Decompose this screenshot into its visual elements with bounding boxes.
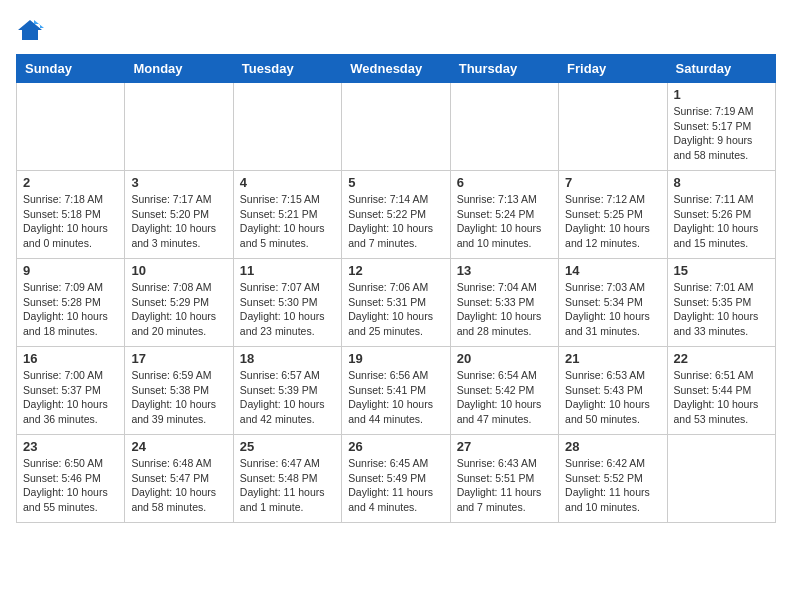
day-cell-22: 22Sunrise: 6:51 AM Sunset: 5:44 PM Dayli… [667,347,775,435]
empty-cell [17,83,125,171]
empty-cell [667,435,775,523]
day-cell-26: 26Sunrise: 6:45 AM Sunset: 5:49 PM Dayli… [342,435,450,523]
empty-cell [559,83,667,171]
day-detail: Sunrise: 7:18 AM Sunset: 5:18 PM Dayligh… [23,192,118,251]
day-header-tuesday: Tuesday [233,55,341,83]
empty-cell [125,83,233,171]
day-cell-3: 3Sunrise: 7:17 AM Sunset: 5:20 PM Daylig… [125,171,233,259]
day-number: 21 [565,351,660,366]
day-detail: Sunrise: 6:45 AM Sunset: 5:49 PM Dayligh… [348,456,443,515]
day-cell-11: 11Sunrise: 7:07 AM Sunset: 5:30 PM Dayli… [233,259,341,347]
day-number: 5 [348,175,443,190]
day-detail: Sunrise: 7:13 AM Sunset: 5:24 PM Dayligh… [457,192,552,251]
calendar-table: SundayMondayTuesdayWednesdayThursdayFrid… [16,54,776,523]
week-row-2: 2Sunrise: 7:18 AM Sunset: 5:18 PM Daylig… [17,171,776,259]
day-header-thursday: Thursday [450,55,558,83]
day-detail: Sunrise: 6:51 AM Sunset: 5:44 PM Dayligh… [674,368,769,427]
day-cell-10: 10Sunrise: 7:08 AM Sunset: 5:29 PM Dayli… [125,259,233,347]
day-number: 22 [674,351,769,366]
day-detail: Sunrise: 6:43 AM Sunset: 5:51 PM Dayligh… [457,456,552,515]
day-detail: Sunrise: 7:17 AM Sunset: 5:20 PM Dayligh… [131,192,226,251]
day-header-wednesday: Wednesday [342,55,450,83]
day-number: 10 [131,263,226,278]
day-detail: Sunrise: 6:57 AM Sunset: 5:39 PM Dayligh… [240,368,335,427]
day-detail: Sunrise: 6:50 AM Sunset: 5:46 PM Dayligh… [23,456,118,515]
logo-icon [16,16,44,44]
day-cell-5: 5Sunrise: 7:14 AM Sunset: 5:22 PM Daylig… [342,171,450,259]
day-number: 3 [131,175,226,190]
day-detail: Sunrise: 6:47 AM Sunset: 5:48 PM Dayligh… [240,456,335,515]
empty-cell [233,83,341,171]
day-number: 8 [674,175,769,190]
day-detail: Sunrise: 7:09 AM Sunset: 5:28 PM Dayligh… [23,280,118,339]
day-cell-21: 21Sunrise: 6:53 AM Sunset: 5:43 PM Dayli… [559,347,667,435]
day-detail: Sunrise: 6:48 AM Sunset: 5:47 PM Dayligh… [131,456,226,515]
day-number: 11 [240,263,335,278]
day-cell-23: 23Sunrise: 6:50 AM Sunset: 5:46 PM Dayli… [17,435,125,523]
day-number: 2 [23,175,118,190]
day-detail: Sunrise: 6:59 AM Sunset: 5:38 PM Dayligh… [131,368,226,427]
day-number: 23 [23,439,118,454]
day-detail: Sunrise: 7:12 AM Sunset: 5:25 PM Dayligh… [565,192,660,251]
day-cell-8: 8Sunrise: 7:11 AM Sunset: 5:26 PM Daylig… [667,171,775,259]
day-number: 28 [565,439,660,454]
day-number: 19 [348,351,443,366]
logo [16,16,48,44]
day-number: 17 [131,351,226,366]
week-row-4: 16Sunrise: 7:00 AM Sunset: 5:37 PM Dayli… [17,347,776,435]
day-cell-9: 9Sunrise: 7:09 AM Sunset: 5:28 PM Daylig… [17,259,125,347]
day-number: 25 [240,439,335,454]
day-header-monday: Monday [125,55,233,83]
day-cell-19: 19Sunrise: 6:56 AM Sunset: 5:41 PM Dayli… [342,347,450,435]
day-detail: Sunrise: 7:07 AM Sunset: 5:30 PM Dayligh… [240,280,335,339]
day-cell-7: 7Sunrise: 7:12 AM Sunset: 5:25 PM Daylig… [559,171,667,259]
day-number: 6 [457,175,552,190]
day-detail: Sunrise: 7:15 AM Sunset: 5:21 PM Dayligh… [240,192,335,251]
day-detail: Sunrise: 7:06 AM Sunset: 5:31 PM Dayligh… [348,280,443,339]
day-cell-27: 27Sunrise: 6:43 AM Sunset: 5:51 PM Dayli… [450,435,558,523]
day-cell-24: 24Sunrise: 6:48 AM Sunset: 5:47 PM Dayli… [125,435,233,523]
day-number: 27 [457,439,552,454]
week-row-5: 23Sunrise: 6:50 AM Sunset: 5:46 PM Dayli… [17,435,776,523]
day-number: 14 [565,263,660,278]
day-number: 1 [674,87,769,102]
day-cell-1: 1Sunrise: 7:19 AM Sunset: 5:17 PM Daylig… [667,83,775,171]
day-cell-28: 28Sunrise: 6:42 AM Sunset: 5:52 PM Dayli… [559,435,667,523]
page-header [16,16,776,44]
day-header-saturday: Saturday [667,55,775,83]
day-cell-15: 15Sunrise: 7:01 AM Sunset: 5:35 PM Dayli… [667,259,775,347]
day-number: 24 [131,439,226,454]
day-number: 18 [240,351,335,366]
empty-cell [342,83,450,171]
day-number: 16 [23,351,118,366]
day-number: 13 [457,263,552,278]
week-row-3: 9Sunrise: 7:09 AM Sunset: 5:28 PM Daylig… [17,259,776,347]
day-header-sunday: Sunday [17,55,125,83]
day-number: 15 [674,263,769,278]
day-detail: Sunrise: 7:08 AM Sunset: 5:29 PM Dayligh… [131,280,226,339]
day-detail: Sunrise: 6:56 AM Sunset: 5:41 PM Dayligh… [348,368,443,427]
day-cell-16: 16Sunrise: 7:00 AM Sunset: 5:37 PM Dayli… [17,347,125,435]
day-cell-18: 18Sunrise: 6:57 AM Sunset: 5:39 PM Dayli… [233,347,341,435]
day-number: 12 [348,263,443,278]
day-cell-25: 25Sunrise: 6:47 AM Sunset: 5:48 PM Dayli… [233,435,341,523]
day-cell-6: 6Sunrise: 7:13 AM Sunset: 5:24 PM Daylig… [450,171,558,259]
day-detail: Sunrise: 7:11 AM Sunset: 5:26 PM Dayligh… [674,192,769,251]
day-detail: Sunrise: 7:14 AM Sunset: 5:22 PM Dayligh… [348,192,443,251]
day-number: 20 [457,351,552,366]
day-detail: Sunrise: 6:54 AM Sunset: 5:42 PM Dayligh… [457,368,552,427]
day-cell-13: 13Sunrise: 7:04 AM Sunset: 5:33 PM Dayli… [450,259,558,347]
day-number: 26 [348,439,443,454]
empty-cell [450,83,558,171]
days-header-row: SundayMondayTuesdayWednesdayThursdayFrid… [17,55,776,83]
day-cell-20: 20Sunrise: 6:54 AM Sunset: 5:42 PM Dayli… [450,347,558,435]
svg-marker-0 [18,20,42,40]
day-number: 9 [23,263,118,278]
day-detail: Sunrise: 6:42 AM Sunset: 5:52 PM Dayligh… [565,456,660,515]
day-header-friday: Friday [559,55,667,83]
day-cell-17: 17Sunrise: 6:59 AM Sunset: 5:38 PM Dayli… [125,347,233,435]
day-number: 7 [565,175,660,190]
day-detail: Sunrise: 7:19 AM Sunset: 5:17 PM Dayligh… [674,104,769,163]
day-cell-12: 12Sunrise: 7:06 AM Sunset: 5:31 PM Dayli… [342,259,450,347]
day-detail: Sunrise: 7:04 AM Sunset: 5:33 PM Dayligh… [457,280,552,339]
